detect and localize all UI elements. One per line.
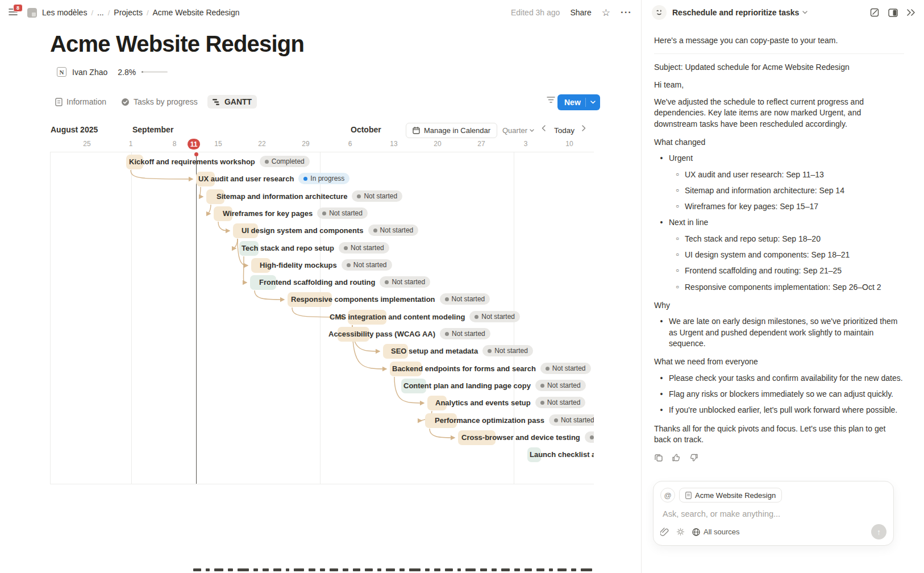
task-row[interactable]: UI design system and componentsNot start… [242,225,418,236]
timeline-next-button[interactable] [582,125,586,131]
task-row[interactable]: Kickoff and requirements workshopComplet… [129,156,310,167]
new-button[interactable]: New [557,94,600,110]
task-row[interactable]: SEO setup and metadataNot started [391,345,533,356]
notification-badge: 8 [13,4,23,12]
owner-name[interactable]: Ivan Zhao [72,68,107,77]
timeline-tick[interactable]: 25 [83,140,90,148]
status-badge: Not started [368,225,419,236]
favorite-star-icon[interactable]: ☆ [602,8,610,18]
minimap-dash [525,568,532,571]
send-button[interactable]: ↑ [871,524,886,539]
timeline-tick[interactable]: 6 [348,140,352,148]
task-name: Tech stack and repo setup [242,244,334,252]
task-row[interactable]: Responsive components implementationNot … [291,293,490,305]
chevron-down-icon [530,129,534,132]
task-name: UI design system and components [242,226,364,235]
minimap-dash [294,568,304,571]
sub-bullet-item: ○Responsive components implementation: S… [654,282,904,293]
task-row[interactable]: Frontend scaffolding and routingNot star… [259,276,430,288]
section-heading: Why [654,300,904,311]
timeline-tick[interactable]: 8 [173,140,177,148]
timeline-tick[interactable]: 13 [390,140,397,148]
filter-icon[interactable] [546,94,556,105]
all-sources-selector[interactable]: All sources [692,528,740,536]
timeline-tick[interactable]: 10 [565,140,573,148]
collapse-panel-icon[interactable] [906,7,916,18]
sub-bullet-marker: ○ [670,169,685,180]
zoom-level-select[interactable]: Quarter [502,126,534,135]
task-row[interactable]: Analytics and events setupNot started [435,397,585,408]
panel-layout-icon[interactable] [888,7,898,18]
mention-button[interactable]: @ [660,488,675,503]
status-badge: Not started [317,207,368,219]
today-button[interactable]: Today [554,126,575,135]
task-row[interactable]: Content plan and landing page copyNot st… [403,380,586,391]
bullet-marker: • [654,217,669,228]
copy-icon[interactable] [654,453,664,463]
new-chat-icon[interactable] [869,7,880,18]
minimap-dash [399,568,405,571]
status-badge: Not started [380,276,430,288]
attach-icon[interactable] [660,528,669,537]
more-options-button[interactable]: ··· [621,7,632,18]
thumbs-up-icon[interactable] [672,453,681,463]
bullet-marker: • [654,373,669,384]
status-badge: Not started [535,380,586,391]
tab-gantt[interactable]: GANTT [207,95,257,109]
assistant-input[interactable]: Ask, search, or make anything... [663,509,886,518]
status-dot [357,194,361,198]
timeline-tick[interactable]: 1 [129,140,133,148]
task-row[interactable]: Backend endpoints for forms and searchNo… [392,363,591,374]
breadcrumb-workspace[interactable]: Les modèles [42,8,87,17]
status-dot [373,229,377,232]
bullet-marker: • [654,316,669,349]
sidebar-menu-button[interactable]: 8 [8,7,22,18]
status-badge: Not started [482,345,533,356]
thumbs-down-icon[interactable] [689,453,699,463]
document-icon [685,492,692,499]
task-row[interactable]: High-fidelity mockupsNot started [260,259,392,271]
task-row[interactable]: UX audit and user researchIn progress [198,173,349,184]
minimap-dash [193,568,201,571]
timeline-month-label: September [132,125,173,134]
breadcrumb-current[interactable]: Acme Website Redesign [153,8,240,17]
timeline-tick[interactable]: 20 [434,140,441,148]
progress-percent: 2.8% [118,68,136,77]
context-chip[interactable]: Acme Website Redesign [679,488,782,503]
task-row[interactable]: Performance optimization passNot started [435,414,594,426]
breadcrumb-separator: / [108,9,110,17]
assistant-header: Reschedule and reprioritize tasks [642,0,924,25]
sub-bullet-item: ○Sitemap and information architecture: S… [654,185,904,196]
task-row[interactable]: Cross-browser and device testingNot star… [461,431,594,443]
model-icon[interactable] [676,528,685,536]
gantt-icon [213,98,220,106]
status-badge: Not started [342,259,392,271]
sub-bullet-marker: ○ [670,250,685,260]
minimap-dash [501,568,510,571]
timeline-month-label: August 2025 [51,125,98,134]
timeline-tick[interactable]: 15 [214,140,222,148]
assistant-thread-title[interactable]: Reschedule and reprioritize tasks [672,8,808,17]
minimap-dash [425,568,430,571]
today-tick[interactable]: 11 [188,139,200,150]
status-dot [475,315,478,319]
task-row[interactable]: CMS integration and content modelingNot … [330,311,520,322]
assistant-message: Here's a message you can copy-paste to y… [654,35,904,463]
timeline-tick[interactable]: 22 [258,140,265,148]
timeline-prev-button[interactable] [542,125,546,131]
task-row[interactable]: Launch checklist aNot started [530,449,594,460]
task-row[interactable]: Wireframes for key pagesNot started [223,207,368,219]
timeline-tick[interactable]: 29 [302,140,309,148]
breadcrumb-ellipsis[interactable]: ... [97,8,104,17]
task-row[interactable]: Accessibility pass (WCAG AA)Not started [328,328,490,339]
tab-tasks-by-progress[interactable]: Tasks by progress [116,95,203,109]
manage-in-calendar-button[interactable]: Manage in Calendar [406,123,497,138]
assistant-input-card: @ Acme Website Redesign Ask, search, or … [653,481,894,546]
timeline-tick[interactable]: 27 [477,140,485,148]
share-button[interactable]: Share [570,8,591,17]
timeline-tick[interactable]: 3 [524,140,528,148]
breadcrumb-parent[interactable]: Projects [114,8,143,17]
tab-information[interactable]: Information [50,95,111,109]
task-row[interactable]: Sitemap and information architectureNot … [217,190,402,202]
task-row[interactable]: Tech stack and repo setupNot started [242,242,389,254]
